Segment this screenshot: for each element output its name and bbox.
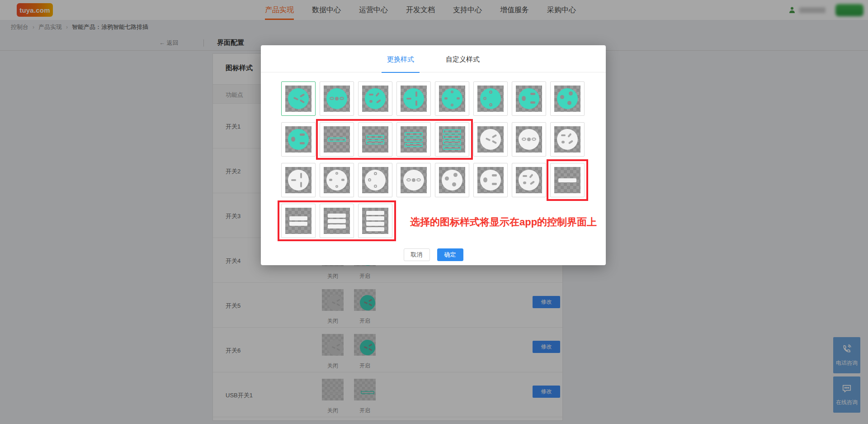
icon-tile-r1c8[interactable] bbox=[550, 81, 585, 116]
icon-tile-r4c3[interactable] bbox=[358, 204, 392, 238]
icon-tile-r4c2[interactable] bbox=[320, 204, 354, 238]
socket-icon-slant bbox=[519, 170, 539, 191]
icon-tile-r3c3[interactable] bbox=[358, 163, 392, 197]
transparency-checker bbox=[362, 126, 388, 152]
icon-tile-r1c2[interactable] bbox=[320, 81, 354, 116]
socket-icon-bars3 bbox=[403, 129, 424, 150]
transparency-checker bbox=[324, 208, 350, 234]
icon-tile-r3c7[interactable] bbox=[512, 163, 546, 197]
icon-tile-r3c1[interactable] bbox=[281, 163, 316, 197]
transparency-checker bbox=[477, 86, 504, 112]
socket-icon-rings bbox=[480, 88, 501, 109]
socket-icon-oeo bbox=[403, 170, 424, 191]
transparency-checker bbox=[477, 167, 504, 193]
icon-tile-r4c1[interactable] bbox=[281, 204, 316, 238]
tab-custom-style[interactable]: 自定义样式 bbox=[440, 45, 485, 72]
transparency-checker bbox=[285, 208, 311, 234]
transparency-checker bbox=[401, 126, 427, 152]
tab-change-style[interactable]: 更换样式 bbox=[382, 45, 420, 72]
socket-icon-oeo bbox=[519, 129, 539, 150]
socket-icon-bars2 bbox=[288, 210, 309, 231]
icon-tile-r1c3[interactable] bbox=[358, 81, 392, 116]
transparency-checker bbox=[285, 126, 311, 152]
transparency-checker bbox=[439, 126, 465, 152]
icon-tile-r3c6[interactable] bbox=[473, 163, 508, 197]
socket-icon-bars2 bbox=[365, 129, 386, 150]
socket-icon-holes4 bbox=[326, 170, 347, 191]
socket-icon-bars4 bbox=[365, 210, 386, 231]
transparency-checker bbox=[439, 86, 465, 112]
socket-icon-us bbox=[519, 88, 539, 109]
socket-icon-dots3 bbox=[442, 170, 462, 191]
confirm-button[interactable]: 确定 bbox=[437, 248, 463, 261]
socket-icon-bars1 bbox=[557, 170, 578, 191]
socket-icon-us bbox=[480, 170, 501, 191]
icon-tile-r2c8[interactable] bbox=[550, 122, 585, 157]
icon-tile-r2c1[interactable] bbox=[281, 122, 316, 157]
transparency-checker bbox=[516, 86, 542, 112]
cancel-button[interactable]: 取消 bbox=[404, 248, 430, 261]
socket-icon-cn3 bbox=[480, 129, 501, 150]
transparency-checker bbox=[477, 126, 504, 152]
socket-icon-slant bbox=[365, 88, 386, 109]
icon-tile-r3c4[interactable] bbox=[396, 163, 431, 197]
icon-tile-r2c3[interactable] bbox=[358, 122, 392, 157]
transparency-checker bbox=[401, 167, 427, 193]
modal-buttons: 取消 确定 bbox=[261, 248, 606, 261]
transparency-checker bbox=[362, 86, 388, 112]
transparency-checker bbox=[324, 126, 350, 152]
icon-tile-r2c7[interactable] bbox=[512, 122, 546, 157]
transparency-checker bbox=[285, 167, 311, 193]
socket-icon-bars1 bbox=[326, 129, 347, 150]
transparency-checker bbox=[439, 167, 465, 193]
icon-tile-r1c5[interactable] bbox=[435, 81, 469, 116]
icon-tile-r1c1[interactable] bbox=[281, 81, 316, 116]
socket-icon-us bbox=[288, 129, 309, 150]
modal-tabs: 更换样式自定义样式 bbox=[261, 45, 606, 72]
transparency-checker bbox=[554, 86, 580, 112]
icon-tile-r2c5[interactable] bbox=[435, 122, 469, 157]
icon-grid bbox=[281, 81, 585, 238]
transparency-checker bbox=[401, 86, 427, 112]
icon-tile-r1c4[interactable] bbox=[396, 81, 431, 116]
socket-icon-bars4 bbox=[442, 129, 462, 150]
socket-icon-uk bbox=[403, 88, 424, 109]
transparency-checker bbox=[362, 167, 388, 193]
transparency-checker bbox=[324, 167, 350, 193]
socket-icon-dots3 bbox=[557, 88, 578, 109]
change-style-modal: 更换样式自定义样式 选择的图标样式将显示在app的控制界面上 取消 确定 bbox=[261, 45, 606, 265]
transparency-checker bbox=[285, 86, 311, 112]
icon-tile-r3c8[interactable] bbox=[550, 163, 585, 197]
socket-icon-rings bbox=[365, 170, 386, 191]
socket-icon-oeo bbox=[326, 88, 347, 109]
transparency-checker bbox=[554, 126, 580, 152]
transparency-checker bbox=[554, 167, 580, 193]
socket-icon-uk bbox=[288, 170, 309, 191]
transparency-checker bbox=[362, 208, 388, 234]
icon-tile-r2c2[interactable] bbox=[320, 122, 354, 157]
socket-icon-bars3 bbox=[326, 210, 347, 231]
transparency-checker bbox=[324, 86, 350, 112]
icon-tile-r3c5[interactable] bbox=[435, 163, 469, 197]
socket-icon-holes4 bbox=[442, 88, 462, 109]
icon-tile-r1c7[interactable] bbox=[512, 81, 546, 116]
icon-tile-r2c6[interactable] bbox=[473, 122, 508, 157]
annotation-text: 选择的图标样式将显示在app的控制界面上 bbox=[410, 215, 597, 229]
icon-tile-r3c2[interactable] bbox=[320, 163, 354, 197]
icon-tile-r2c4[interactable] bbox=[396, 122, 431, 157]
transparency-checker bbox=[516, 167, 542, 193]
icon-tile-r1c6[interactable] bbox=[473, 81, 508, 116]
socket-icon-slant bbox=[557, 129, 578, 150]
socket-icon-cn3 bbox=[288, 88, 309, 109]
transparency-checker bbox=[516, 126, 542, 152]
